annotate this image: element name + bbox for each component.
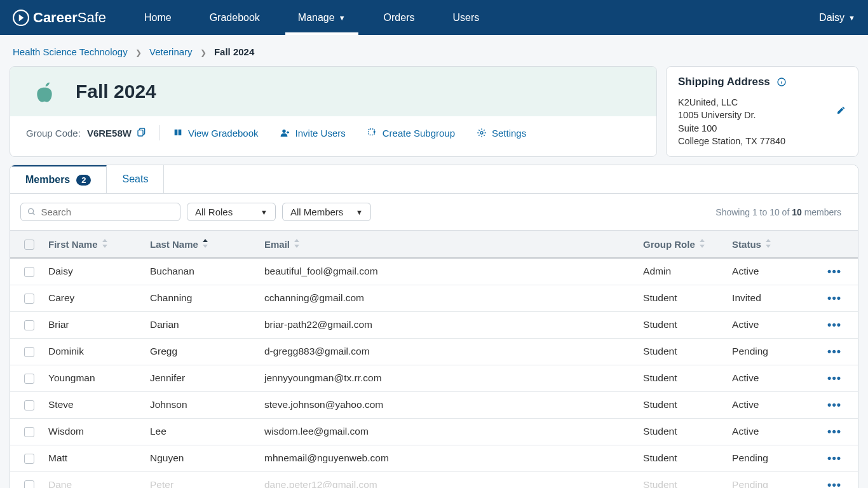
cell-email: beautiful_fool@gmail.com — [258, 258, 637, 285]
cell-role: Admin — [637, 258, 726, 285]
row-actions-menu[interactable]: ••• — [827, 292, 851, 304]
user-plus-icon — [280, 128, 290, 138]
table-row: DominikGreggd-gregg883@gmail.comStudentP… — [10, 338, 858, 365]
row-actions-menu[interactable]: ••• — [827, 478, 851, 488]
copy-icon[interactable] — [137, 127, 147, 139]
cell-last-name: Lee — [144, 418, 258, 445]
logo-text-2: Safe — [78, 10, 106, 25]
row-actions-menu[interactable]: ••• — [827, 398, 851, 411]
showing-text: Showing 1 to 10 of 10 members — [715, 207, 841, 217]
search-input-wrap[interactable] — [20, 203, 180, 221]
cell-email: dane.peter12@gmail.com — [258, 471, 637, 488]
brand-logo[interactable]: CareerSafe — [13, 10, 106, 26]
search-icon — [27, 207, 36, 217]
user-menu[interactable]: Daisy▼ — [819, 12, 855, 24]
cell-first-name: Dominik — [42, 338, 144, 365]
col-role[interactable]: Group Role — [637, 231, 726, 259]
sort-icon — [699, 239, 705, 248]
cell-first-name: Briar — [42, 311, 144, 338]
row-checkbox[interactable] — [24, 454, 34, 464]
members-card: Members 2 Seats All Roles ▼ All Members … — [10, 165, 858, 488]
row-checkbox[interactable] — [24, 294, 34, 304]
book-icon — [173, 128, 183, 138]
cell-role: Student — [637, 391, 726, 418]
cell-role: Student — [637, 365, 726, 391]
nav-home[interactable]: Home — [125, 0, 191, 35]
cell-email: wisdom.lee@gmail.com — [258, 418, 637, 445]
cell-first-name: Daisy — [42, 258, 144, 285]
edit-icon[interactable] — [836, 105, 846, 118]
info-icon[interactable] — [776, 77, 787, 87]
row-checkbox[interactable] — [24, 320, 34, 330]
group-add-icon — [367, 128, 377, 138]
group-title: Fall 2024 — [76, 81, 156, 102]
cell-status: Active — [726, 418, 821, 445]
cell-email: d-gregg883@gmail.com — [258, 338, 637, 365]
table-row: DanePeterdane.peter12@gmail.comStudentPe… — [10, 471, 858, 488]
cell-role: Student — [637, 471, 726, 488]
row-checkbox[interactable] — [24, 400, 34, 410]
cell-first-name: Dane — [42, 471, 144, 488]
cell-last-name: Nguyen — [144, 445, 258, 471]
col-email[interactable]: Email — [258, 231, 637, 259]
logo-text-1: Career — [33, 10, 78, 25]
tab-seats[interactable]: Seats — [107, 165, 164, 193]
row-checkbox[interactable] — [24, 427, 34, 437]
table-row: DaisyBuchananbeautiful_fool@gmail.comAdm… — [10, 258, 858, 285]
sort-icon — [102, 239, 108, 248]
sort-icon — [202, 239, 208, 248]
shipping-address: K2United, LLC 1005 University Dr. Suite … — [678, 96, 846, 147]
cell-status: Pending — [726, 445, 821, 471]
row-actions-menu[interactable]: ••• — [827, 452, 851, 464]
row-actions-menu[interactable]: ••• — [827, 265, 851, 278]
row-checkbox[interactable] — [24, 374, 34, 384]
divider — [159, 125, 160, 140]
cell-status: Active — [726, 391, 821, 418]
nav-gradebook[interactable]: Gradebook — [191, 0, 279, 35]
tab-members[interactable]: Members 2 — [10, 165, 107, 193]
cell-role: Student — [637, 445, 726, 471]
row-actions-menu[interactable]: ••• — [827, 372, 851, 384]
cell-status: Active — [726, 311, 821, 338]
nav-manage[interactable]: Manage▼ — [279, 0, 365, 35]
cell-email: steve.johnson@yahoo.com — [258, 391, 637, 418]
row-checkbox[interactable] — [24, 267, 34, 277]
invite-users-link[interactable]: Invite Users — [280, 128, 346, 139]
view-gradebook-link[interactable]: View Gradebook — [173, 128, 259, 139]
table-row: CareyChanningcchanning@gmail.comStudentI… — [10, 285, 858, 311]
row-actions-menu[interactable]: ••• — [827, 345, 851, 358]
cell-role: Student — [637, 418, 726, 445]
row-checkbox[interactable] — [24, 480, 34, 488]
cell-first-name: Matt — [42, 445, 144, 471]
cell-email: briar-path22@gmail.com — [258, 311, 637, 338]
col-first-name[interactable]: First Name — [42, 231, 144, 259]
group-code-label: Group Code: — [26, 128, 81, 139]
cell-status: Pending — [726, 338, 821, 365]
row-actions-menu[interactable]: ••• — [827, 318, 851, 331]
col-last-name[interactable]: Last Name — [144, 231, 258, 259]
cell-last-name: Peter — [144, 471, 258, 488]
settings-link[interactable]: Settings — [477, 128, 526, 139]
cell-last-name: Gregg — [144, 338, 258, 365]
search-input[interactable] — [41, 207, 173, 217]
cell-status: Invited — [726, 285, 821, 311]
create-subgroup-link[interactable]: Create Subgroup — [367, 128, 455, 139]
filter-roles-select[interactable]: All Roles ▼ — [187, 203, 276, 221]
cell-last-name: Johnson — [144, 391, 258, 418]
row-actions-menu[interactable]: ••• — [827, 425, 851, 438]
cell-status: Active — [726, 258, 821, 285]
members-table: First Name Last Name Email Group Role St… — [10, 230, 858, 488]
filter-members-select[interactable]: All Members ▼ — [282, 203, 371, 221]
breadcrumb-link[interactable]: Veterinary — [149, 46, 193, 57]
top-navbar: CareerSafe Home Gradebook Manage▼ Orders… — [0, 0, 868, 35]
col-status[interactable]: Status — [726, 231, 821, 259]
nav-orders[interactable]: Orders — [365, 0, 434, 35]
cell-last-name: Channing — [144, 285, 258, 311]
cell-last-name: Jennifer — [144, 365, 258, 391]
cell-status: Pending — [726, 471, 821, 488]
tabs: Members 2 Seats — [10, 165, 858, 194]
select-all-checkbox[interactable] — [24, 240, 34, 250]
breadcrumb-link[interactable]: Health Science Technology — [13, 46, 128, 57]
nav-users[interactable]: Users — [433, 0, 498, 35]
row-checkbox[interactable] — [24, 347, 34, 357]
